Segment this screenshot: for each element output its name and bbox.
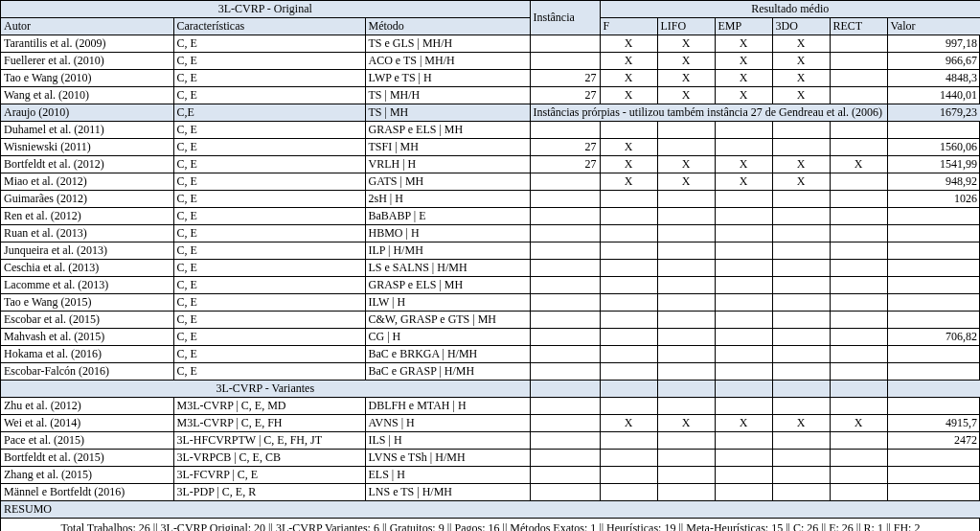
cell-emp xyxy=(715,312,772,329)
header-autor: Autor xyxy=(1,18,173,35)
cell-f xyxy=(600,346,657,363)
cell-caracteristicas: C, E xyxy=(173,122,365,139)
table-row: Hokama et al. (2016)C, EBaC e BRKGA | H/… xyxy=(1,346,980,363)
cell-emp xyxy=(715,398,772,415)
table-row: Zhu et al. (2012)M3L-CVRP | C, E, MDDBLF… xyxy=(1,398,980,415)
cell-instancia xyxy=(530,173,600,191)
cell-lifo xyxy=(657,329,715,346)
cell-rect xyxy=(830,484,887,501)
cell-lifo xyxy=(657,363,715,381)
table-row: Ruan et al. (2013)C, EHBMO | H xyxy=(1,225,980,242)
cell-emp xyxy=(715,242,772,260)
cell-metodo: LWP e TS | H xyxy=(365,70,530,87)
cell-metodo: DBLFH e MTAH | H xyxy=(365,398,530,415)
cell-metodo: LVNS e TSh | H/MH xyxy=(365,450,530,467)
cell-tdo xyxy=(772,346,830,363)
cell-instancia xyxy=(530,208,600,225)
cell-metodo: TSFI | MH xyxy=(365,139,530,156)
cell-instancia xyxy=(530,242,600,260)
cell-lifo xyxy=(657,225,715,242)
cell-lifo xyxy=(657,208,715,225)
cell-caracteristicas: C, E xyxy=(173,70,365,87)
cell-metodo: ELS | H xyxy=(365,467,530,484)
cell-emp xyxy=(715,277,772,294)
summary-row: Total Trabalhos: 26 || 3L-CVRP Original:… xyxy=(1,519,980,532)
cell-autor: Ceschia et al. (2013) xyxy=(1,260,173,277)
cell-autor: Ruan et al. (2013) xyxy=(1,225,173,242)
cell-lifo: X xyxy=(657,87,715,104)
cell-autor: Bortfeldt et al. (2012) xyxy=(1,156,173,173)
cell-valor xyxy=(887,260,980,277)
cell-tdo xyxy=(772,363,830,381)
table-row: Lacomme et al. (2013)C, EGRASP e ELS | M… xyxy=(1,277,980,294)
cell-caracteristicas: 3L-HFCVRPTW | C, E, FH, JT xyxy=(173,432,365,450)
cell-emp: X xyxy=(715,173,772,191)
cell-instancia: 27 xyxy=(530,139,600,156)
cell-rect xyxy=(830,173,887,191)
header-emp: EMP xyxy=(715,18,772,35)
cell-valor: 966,67 xyxy=(887,53,980,70)
table-row: Tao e Wang (2015)C, EILW | H xyxy=(1,294,980,312)
cell-tdo xyxy=(772,242,830,260)
cell-instancia xyxy=(530,35,600,53)
cell-f: X xyxy=(600,87,657,104)
cell-f xyxy=(600,294,657,312)
cell-autor: Ren et al. (2012) xyxy=(1,208,173,225)
cell-valor: 1679,23 xyxy=(887,104,980,122)
cell-valor: 1440,01 xyxy=(887,87,980,104)
cell-autor: Männel e Bortfeldt (2016) xyxy=(1,484,173,501)
table-row: Miao et al. (2012)C, EGATS | MHXXXX948,9… xyxy=(1,173,980,191)
cell-metodo: GATS | MH xyxy=(365,173,530,191)
cell-autor: Zhang et al. (2015) xyxy=(1,467,173,484)
cell-lifo xyxy=(657,432,715,450)
cell-f xyxy=(600,277,657,294)
cell-valor: 997,18 xyxy=(887,35,980,53)
cell-tdo: X xyxy=(772,87,830,104)
cell-caracteristicas: C,E xyxy=(173,104,365,122)
cell-metodo: TS e GLS | MH/H xyxy=(365,35,530,53)
cell-metodo: AVNS | H xyxy=(365,415,530,432)
cell-autor: Mahvash et al. (2015) xyxy=(1,329,173,346)
cell-autor: Tao e Wang (2010) xyxy=(1,70,173,87)
cell-f xyxy=(600,225,657,242)
summary-line-1: Total Trabalhos: 26 || 3L-CVRP Original:… xyxy=(5,520,976,531)
cell-valor xyxy=(887,225,980,242)
cell-autor: Pace et al. (2015) xyxy=(1,432,173,450)
header-valor: Valor xyxy=(887,18,980,35)
cell-autor: Zhu et al. (2012) xyxy=(1,398,173,415)
table-row: Wang et al. (2010)C, ETS | MH/H27XXXX144… xyxy=(1,87,980,104)
cell-f xyxy=(600,484,657,501)
header-instancia: Instância xyxy=(530,1,600,35)
table-row: Wisniewski (2011)C, ETSFI | MH27X1560,06 xyxy=(1,139,980,156)
cell-rect xyxy=(830,294,887,312)
cell-autor: Wisniewski (2011) xyxy=(1,139,173,156)
cell-tdo: X xyxy=(772,70,830,87)
cell-caracteristicas: C, E xyxy=(173,35,365,53)
cell-metodo: GRASP e ELS | MH xyxy=(365,277,530,294)
cell-tdo xyxy=(772,398,830,415)
resumo-title: RESUMO xyxy=(1,501,980,519)
cell-tdo xyxy=(772,122,830,139)
cell-emp xyxy=(715,484,772,501)
cell-rect xyxy=(830,363,887,381)
cell-f xyxy=(600,208,657,225)
cell-metodo: VRLH | H xyxy=(365,156,530,173)
cell-f xyxy=(600,398,657,415)
cell-caracteristicas: C, E xyxy=(173,346,365,363)
cell-caracteristicas: C, E xyxy=(173,363,365,381)
cell-caracteristicas: C, E xyxy=(173,225,365,242)
cell-rect xyxy=(830,260,887,277)
cell-caracteristicas: C, E xyxy=(173,156,365,173)
cell-valor: 2472 xyxy=(887,432,980,450)
cell-metodo: LS e SALNS | H/MH xyxy=(365,260,530,277)
cell-lifo xyxy=(657,260,715,277)
cell-rect xyxy=(830,53,887,70)
cell-f: X xyxy=(600,415,657,432)
header-metodo: Método xyxy=(365,18,530,35)
cell-valor xyxy=(887,242,980,260)
cell-f: X xyxy=(600,53,657,70)
table-row: Männel e Bortfeldt (2016)3L-PDP | C, E, … xyxy=(1,484,980,501)
cell-lifo: X xyxy=(657,156,715,173)
table-row: Fuellerer et al. (2010)C, EACO e TS | MH… xyxy=(1,53,980,70)
cell-instancia xyxy=(530,225,600,242)
